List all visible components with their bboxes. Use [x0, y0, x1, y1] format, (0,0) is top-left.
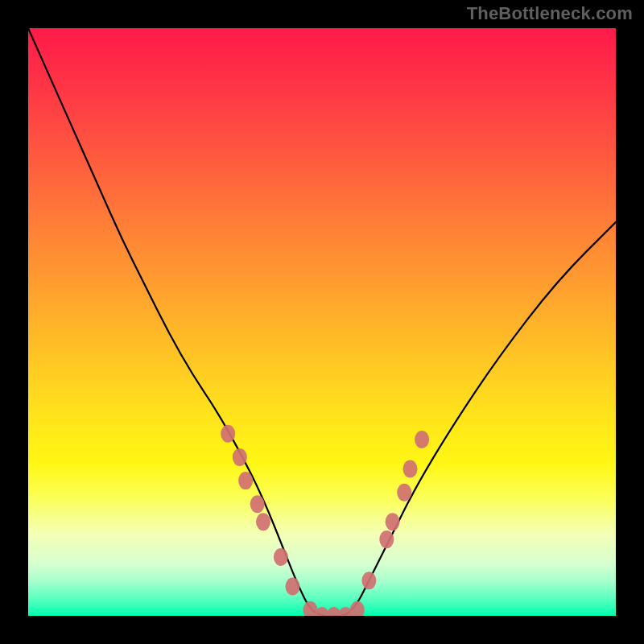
curve-marker — [256, 513, 270, 530]
curve-marker — [361, 572, 376, 589]
curve-marker — [403, 460, 418, 478]
curve-marker — [238, 472, 253, 489]
chart-frame: TheBottleneck.com — [0, 0, 644, 644]
curve-marker — [233, 448, 247, 466]
chart-svg — [28, 28, 616, 616]
bottleneck-curve-line — [28, 28, 616, 616]
curve-marker — [415, 431, 429, 448]
attribution-text: TheBottleneck.com — [467, 3, 633, 24]
curve-marker — [350, 601, 365, 616]
curve-marker — [274, 548, 288, 566]
curve-marker — [397, 484, 411, 502]
curve-marker — [386, 513, 400, 530]
plot-area — [28, 28, 616, 616]
curve-marker — [286, 578, 300, 596]
curve-marker — [221, 425, 235, 443]
curve-marker — [250, 495, 265, 513]
marker-group — [221, 425, 429, 616]
curve-marker — [379, 530, 394, 548]
